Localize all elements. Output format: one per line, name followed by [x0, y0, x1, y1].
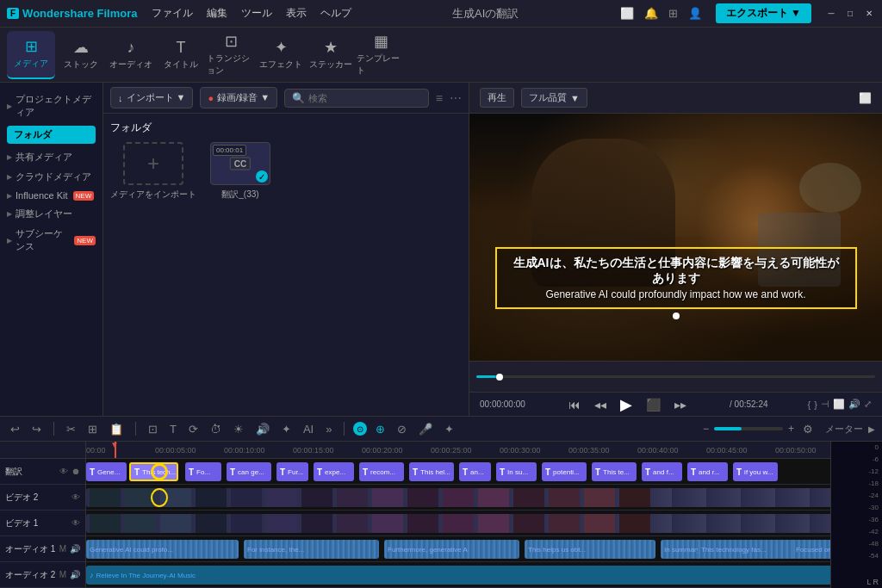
left-section-cloud-media[interactable]: ▶クラウドメディア — [0, 167, 102, 187]
toolbar-item-audio[interactable]: ♪オーディオ — [107, 31, 155, 79]
clip-subtitle-5[interactable]: Texpe... — [314, 462, 354, 481]
eye-icon-audio1[interactable]: 🔊 — [70, 544, 80, 554]
progress-bar[interactable] — [476, 375, 875, 378]
zoom-out-icon[interactable]: − — [703, 423, 709, 435]
audio-button[interactable]: 🔊 — [252, 421, 273, 437]
left-section-project-media[interactable]: ▶プロジェクトメディア — [0, 90, 102, 122]
rewind-button[interactable]: ◂◂ — [591, 396, 610, 413]
magnet-button[interactable]: ⊕ — [372, 421, 388, 437]
bracket-in-icon[interactable]: { — [808, 399, 811, 410]
clip-subtitle-12[interactable]: Tand f... — [642, 462, 682, 481]
menu-item-ツール[interactable]: ツール — [241, 6, 272, 21]
menu-item-ヘルプ[interactable]: ヘルプ — [320, 6, 351, 21]
translation-media-item[interactable]: 00:00:01 CC ✓ 翻訳_(33) — [210, 142, 270, 201]
more-tools-button[interactable]: » — [322, 421, 335, 437]
toolbar-item-media[interactable]: ⊞メディア — [7, 31, 55, 79]
mute-icon-audio2[interactable]: M — [59, 570, 66, 579]
ai-button[interactable]: AI — [300, 421, 317, 437]
video-clip[interactable] — [86, 488, 830, 507]
menu-item-ファイル[interactable]: ファイル — [152, 6, 193, 21]
snap-button[interactable]: ⊙ — [353, 422, 367, 436]
preview-settings-icon[interactable]: ⬜ — [859, 92, 872, 104]
record-icon-subtitle[interactable]: ⏺ — [71, 467, 80, 476]
eye-icon-video2[interactable]: 👁 — [71, 492, 80, 502]
clip-subtitle-11[interactable]: TThis te... — [592, 462, 637, 481]
eye-icon-video1[interactable]: 👁 — [71, 518, 80, 528]
voice-button[interactable]: 🎤 — [415, 421, 436, 437]
left-section-influence-kit[interactable]: ▶Influence KitNEW — [0, 187, 102, 204]
bracket-out-icon[interactable]: } — [814, 399, 817, 410]
left-section-adjustment[interactable]: ▶調整レイヤー — [0, 204, 102, 224]
volume-icon[interactable]: 🔊 — [848, 399, 860, 410]
left-section-subsequence[interactable]: ▶サブシーケンスNEW — [0, 224, 102, 257]
export-button[interactable]: エクスポート ▼ — [716, 3, 811, 23]
clip-subtitle-0[interactable]: TGene... — [86, 462, 127, 481]
record-button[interactable]: ● 録画/録音 ▼ — [200, 87, 277, 108]
menu-item-表示[interactable]: 表示 — [286, 6, 307, 21]
split-button[interactable]: ⊡ — [145, 421, 161, 437]
play-pause-button[interactable]: ▶ — [617, 393, 636, 416]
clip-audio1-3[interactable]: This helps us obt... — [525, 540, 655, 559]
import-media-item[interactable]: + メディアをインポート — [110, 142, 196, 201]
translation-thumbnail[interactable]: 00:00:01 CC ✓ — [210, 142, 270, 185]
clip-audio1-2[interactable]: Furthermore, generative A — [384, 540, 519, 559]
clip-audio1-6[interactable]: Focused on k... — [792, 540, 830, 559]
copy-button[interactable]: ⊞ — [84, 421, 101, 437]
meter-chevron[interactable]: ▶ — [868, 424, 875, 434]
quality-select[interactable]: フル品質 ▼ — [521, 88, 587, 108]
search-input[interactable] — [308, 93, 421, 103]
clip-subtitle-6[interactable]: Trecom... — [359, 462, 404, 481]
toolbar-item-template[interactable]: ▦テンプレート — [357, 31, 405, 79]
cut-to-icon[interactable]: ⊣ — [821, 399, 829, 410]
filter-icon[interactable]: ≡ — [436, 91, 443, 105]
clip-audio2-0[interactable]: ♪Relieve In The Journey-AI Music — [86, 566, 830, 585]
clip-subtitle-14[interactable]: Tif you w... — [733, 462, 778, 481]
clip-audio1-0[interactable]: Generative AI could profo... — [86, 540, 239, 559]
cut-button[interactable]: ✂ — [63, 421, 79, 437]
eye-icon-subtitle[interactable]: 👁 — [59, 467, 68, 476]
clip-subtitle-8[interactable]: Tan... — [459, 462, 491, 481]
eye-icon-audio2[interactable]: 🔊 — [70, 570, 80, 579]
playhead[interactable] — [115, 442, 116, 458]
speed-button[interactable]: ⏱ — [207, 421, 225, 437]
clip-subtitle-9[interactable]: TIn su... — [496, 462, 537, 481]
toolbar-item-transition[interactable]: ⊡トランジション — [207, 31, 255, 79]
text-button[interactable]: T — [166, 421, 180, 437]
toolbar-item-sticker[interactable]: ★ステッカー — [307, 31, 355, 79]
redo-button[interactable]: ↪ — [28, 421, 45, 437]
settings-icon[interactable]: ⚙ — [799, 421, 817, 437]
mute-icon-audio1[interactable]: M — [59, 544, 66, 554]
toolbar-item-stock[interactable]: ☁ストック — [57, 31, 105, 79]
clip-subtitle-4[interactable]: TFur... — [276, 462, 308, 481]
import-button[interactable]: ↓ インポート ▼ — [110, 87, 193, 108]
crop-button[interactable]: ⟳ — [185, 421, 202, 437]
clip-subtitle-10[interactable]: Tpotenti... — [542, 462, 587, 481]
toolbar-item-title[interactable]: Tタイトル — [157, 31, 205, 79]
prev-frame-button[interactable]: ⏮ — [565, 396, 584, 413]
color-button[interactable]: ✦ — [278, 421, 295, 437]
left-section-folder[interactable]: フォルダ — [7, 126, 96, 144]
close-button[interactable]: ✕ — [863, 8, 875, 20]
maximize-button[interactable]: □ — [844, 8, 856, 20]
left-section-shared-media[interactable]: ▶共有メディア — [0, 147, 102, 167]
menu-item-編集[interactable]: 編集 — [207, 6, 227, 21]
clip-audio1-1[interactable]: For instance, the... — [244, 540, 379, 559]
more-icon[interactable]: ⋯ — [450, 91, 462, 105]
import-thumbnail[interactable]: + — [123, 142, 183, 185]
play-button[interactable]: 再生 — [480, 88, 514, 108]
minimize-button[interactable]: ─ — [825, 8, 837, 20]
menu-bar[interactable]: ファイル編集ツール表示ヘルプ — [152, 6, 351, 21]
stabilize-button[interactable]: ☀ — [230, 421, 247, 437]
clip-audio1-5[interactable]: This technology fas... — [698, 540, 798, 559]
clip-subtitle-2[interactable]: TFo... — [185, 462, 221, 481]
next-frame-button[interactable]: ▸▸ — [671, 396, 690, 413]
clip-subtitle-7[interactable]: TThis hel... — [409, 462, 454, 481]
stop-button[interactable]: ⬛ — [643, 396, 664, 413]
undo-button[interactable]: ↩ — [7, 421, 23, 437]
video-clip[interactable] — [86, 514, 830, 533]
paste-button[interactable]: 📋 — [106, 421, 127, 437]
toolbar-item-effect[interactable]: ✦エフェクト — [257, 31, 305, 79]
effect2-button[interactable]: ✦ — [441, 421, 457, 437]
ripple-button[interactable]: ⊘ — [394, 421, 410, 437]
zoom-slider[interactable] — [714, 427, 783, 430]
